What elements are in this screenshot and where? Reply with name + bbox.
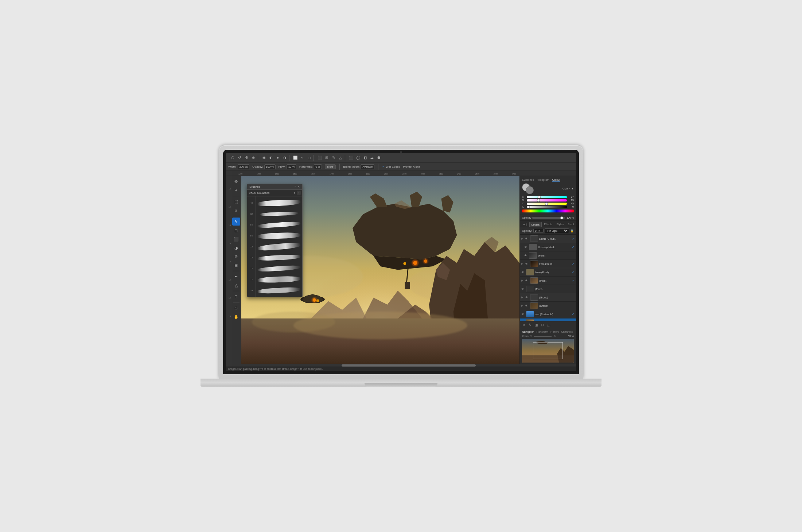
search-icon[interactable]: ◯ [355,155,361,161]
brush-item-3[interactable] [257,220,301,230]
grid-icon[interactable]: ⊞ [324,155,330,161]
layer-expand[interactable]: ▶ [521,237,524,240]
tab-histogram[interactable]: Histogram [537,178,549,182]
pen-icon[interactable]: ✎ [331,155,336,161]
tab-layers[interactable]: Layers [529,222,542,227]
layer-vis[interactable]: 👁 [525,296,529,299]
add-icon[interactable]: ⊕ [250,155,256,161]
k-slider[interactable] [527,206,567,208]
brush-panel-menu[interactable]: ≡ [295,185,296,188]
lock-icon[interactable]: 🔒 [570,229,574,232]
select-icon[interactable]: ◻ [306,155,312,161]
layer-group1[interactable]: ▶ 👁 (Group) [520,293,576,302]
zoom-plus[interactable]: ⊕ [553,335,556,338]
tab-stock[interactable]: Stock [566,222,576,227]
color-picker-icon[interactable]: ● [275,155,281,161]
paint-tool[interactable]: ✎ [232,218,240,226]
layer-expand[interactable]: ▶ [521,296,524,299]
h-scrollbar-thumb[interactable] [342,364,475,367]
clone-tool[interactable]: ⊞ [232,261,240,269]
hand-tool[interactable]: ✋ [232,313,240,321]
brush-preset-name[interactable]: DAUB Gouaches [249,191,292,195]
text-tool[interactable]: T [232,293,240,301]
color-spectrum[interactable] [522,210,574,212]
vector-tool[interactable]: ✒ [232,273,240,281]
c-slider[interactable] [527,196,567,198]
cursor-icon[interactable]: ↖ [299,155,305,161]
opacity-value[interactable]: 100 % [264,164,276,169]
h-scrollbar[interactable] [241,364,576,367]
crop-tool[interactable]: ⌖ [232,186,240,194]
wet-edges-label[interactable]: Wet Edges [386,165,400,168]
frame-icon[interactable]: ⬜ [292,155,298,161]
layer-vis[interactable]: 👁 [521,313,525,316]
lasso-tool[interactable]: ⌾ [232,206,240,214]
contrast-icon[interactable]: ◐ [268,155,274,161]
width-value[interactable]: 220 px [238,164,250,169]
tab-adj[interactable]: Adj [521,222,529,227]
person-icon[interactable]: ⬛ [348,155,354,161]
y-slider[interactable] [527,203,567,205]
m-slider[interactable] [527,199,567,202]
color-mode-label[interactable]: CMYK [562,187,571,190]
nav-tab-channels[interactable]: Channels [561,330,573,333]
canvas-area[interactable]: Brushes ≡ ✕ DAUB Goua [241,176,519,364]
erase-tool[interactable]: ◻ [232,226,240,234]
brush-item-7[interactable] [257,263,301,274]
layer-lights[interactable]: ▶ 👁 Lights (Group) ✓ [520,235,576,243]
fx-icon[interactable]: fx [527,322,533,328]
app-icon[interactable]: ⬡ [230,155,235,161]
layer-vis[interactable]: 👁 [525,279,529,282]
layer-haze[interactable]: 👁 haze (Pixel) ✓ [520,268,576,277]
zoom-tool[interactable]: ⊕ [232,304,240,312]
brush-add-btn[interactable]: + [297,191,301,195]
layer-expand[interactable]: ▶ [521,262,524,265]
layer-group2[interactable]: ▶ 👁 (Group) [520,302,576,310]
flow-value[interactable]: 12 % [287,164,296,169]
layer-pixel3[interactable]: 👁 (Pixel) [520,285,576,293]
zoom-minus[interactable]: ⊖ [530,335,532,338]
protect-alpha-label[interactable]: Protect Alpha [403,165,420,168]
layers-opacity-value[interactable]: 24 % [533,229,544,233]
panel-icon[interactable]: ⬚ [546,322,551,328]
brush-item-9[interactable] [257,285,301,296]
tab-swatches[interactable]: Swatches [522,178,534,182]
heal-tool[interactable]: ⊕ [232,253,240,261]
brush-item-1[interactable] [257,198,301,208]
zoom-slider[interactable]: —————— [534,335,552,338]
tab-colour[interactable]: Colour [552,178,560,182]
tab-styles[interactable]: Styles [554,222,565,227]
layer-vis[interactable]: 👁 [525,237,529,240]
blend-mode-select[interactable]: Pin Light [545,228,569,233]
brush-item-6[interactable] [257,253,301,263]
layer-pixel1[interactable]: 👁 (Pixel) [520,251,576,260]
brush-item-4[interactable] [257,231,301,241]
background-swatch[interactable] [526,186,534,194]
color-mode-arrow[interactable]: ▼ [571,187,574,190]
layer-clouds[interactable]: 👁 clouds layer (Pixel) ✓ [520,318,576,321]
more-button[interactable]: More [325,164,335,169]
tab-effects[interactable]: Effects [542,222,554,227]
layer-vis[interactable]: 👁 [524,254,528,257]
layer-vis[interactable]: 👁 [524,246,528,249]
move-tool[interactable]: ✥ [232,177,240,185]
layer-expand[interactable]: ▶ [521,304,524,307]
layer-vis[interactable]: 👁 [521,287,525,291]
layer-expand[interactable]: ▶ [521,279,524,282]
nav-tab-navigator[interactable]: Navigator [522,330,534,333]
layer-pixel2[interactable]: ▶ 👁 (Pixel) ✓ [520,277,576,285]
layer-foreground[interactable]: ▶ 👁 Foreground ✓ [520,260,576,268]
color-wheel-icon[interactable]: ◉ [261,155,267,161]
layer-sea[interactable]: 👁 sea (Rectangle) ✓ [520,310,576,318]
layer-vis[interactable]: 👁 [521,271,525,274]
cloud-icon[interactable]: ☁ [369,155,375,161]
brush-preset-arrow[interactable]: ▼ [293,192,296,194]
blend-mode-value[interactable]: Average [361,164,374,169]
brush-panel-close[interactable]: ✕ [297,185,300,188]
nav-tab-history[interactable]: History [550,330,559,333]
new-layer-icon[interactable]: ⬛ [317,155,323,161]
shape-icon[interactable]: △ [338,155,343,161]
add-layer-icon[interactable]: ⊕ [521,322,526,328]
export-icon[interactable]: ⬢ [376,155,382,161]
swatch-icon[interactable]: ◑ [282,155,288,161]
